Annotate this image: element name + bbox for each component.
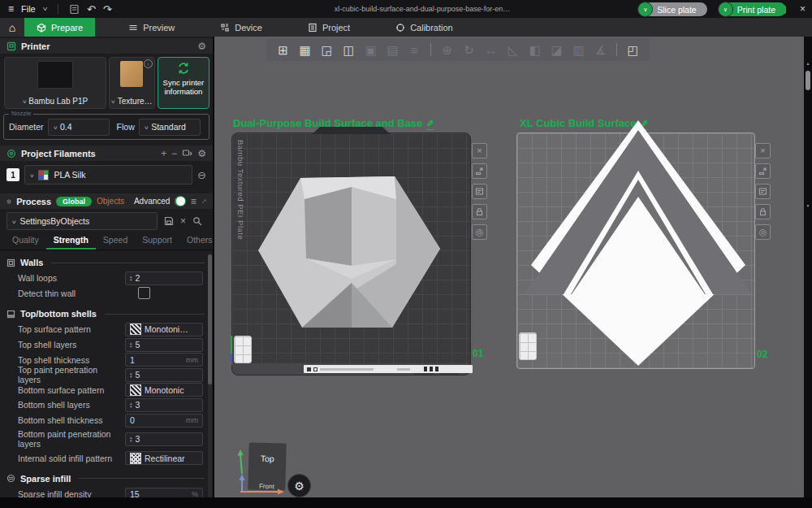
auto-orient-icon[interactable]: ◲ (317, 44, 337, 56)
tab-prepare[interactable]: Prepare (24, 18, 95, 37)
filament-sync-icon[interactable] (182, 149, 192, 158)
spinner-icon[interactable]: ▴▾ (130, 341, 132, 348)
detach-filament-icon[interactable]: ⊖ (197, 170, 206, 180)
assembly-view-icon[interactable]: ◰ (623, 44, 643, 56)
setting-label: Detect thin wall (18, 289, 138, 298)
tune-wand-icon[interactable] (201, 197, 206, 206)
undo-icon[interactable]: ↶ (87, 4, 96, 15)
scroll-up-icon[interactable]: ▲ (805, 61, 811, 66)
hamburger-menu-icon[interactable]: ≡ (8, 3, 14, 15)
plate-settings-icon[interactable] (755, 184, 771, 199)
printer-model-name: Bambu Lab P1P (28, 97, 88, 106)
tab-label: Preview (143, 23, 175, 33)
sync-icon (176, 61, 191, 76)
print-plate-label: Print plate (728, 2, 786, 16)
delete-plate-icon[interactable]: × (755, 143, 771, 158)
scope-global-pill[interactable]: Global (56, 197, 92, 206)
tab-strength[interactable]: Strength (46, 232, 96, 250)
print-options-chevron-icon[interactable]: ∨ (718, 2, 733, 17)
advanced-toggle[interactable] (175, 196, 185, 206)
model-dual-purpose-base[interactable] (253, 172, 445, 332)
edit-plate-name-icon[interactable]: ✎ (426, 119, 434, 130)
bottom-shell-layers-input[interactable]: ▴▾ 3 (125, 398, 203, 412)
tab-project[interactable]: Project (296, 18, 362, 37)
top-shell-thickness-input[interactable]: 1 mm (125, 353, 203, 367)
arrange-plate-icon[interactable] (755, 163, 771, 179)
plate1-title[interactable]: Dual-Purpose Build Surface and Base✎ (233, 117, 434, 130)
redo-icon[interactable]: ↷ (103, 4, 112, 15)
top-surface-pattern-select[interactable]: Monotoni… (125, 323, 203, 336)
setting-label: Top shell thickness (18, 355, 125, 365)
process-preset-select[interactable]: ∨ SettingsByObjects (6, 212, 158, 230)
tab-support[interactable]: Support (135, 232, 179, 250)
sync-printer-button[interactable]: Sync printerinformation (158, 57, 209, 109)
filament-settings-gear-icon[interactable]: ⚙ (197, 149, 206, 158)
tab-calibration[interactable]: Calibration (383, 18, 465, 37)
detect-thin-wall-checkbox[interactable] (138, 287, 150, 299)
tab-quality[interactable]: Quality (5, 232, 46, 250)
add-plate-icon[interactable]: ▦ (295, 44, 315, 56)
diameter-select[interactable]: ∨ 0.4 (48, 119, 110, 136)
save-preset-icon[interactable] (164, 216, 174, 226)
build-plate-card[interactable]: i ∨Texture… (109, 57, 155, 109)
plate-label-icon[interactable]: ◎ (755, 224, 771, 240)
split-to-objects-icon[interactable]: ◫ (339, 44, 359, 56)
slice-plate-button[interactable]: ∨ Slice plate (637, 2, 706, 16)
spinner-icon[interactable]: ▴▾ (130, 371, 132, 378)
new-project-icon[interactable] (69, 4, 80, 15)
arrange-plate-icon[interactable] (472, 163, 487, 179)
preset-list-icon[interactable]: ≡ (191, 197, 197, 206)
spinner-icon[interactable]: ▴▾ (130, 436, 132, 442)
scale-icon: ↔ (481, 44, 501, 56)
remove-filament-icon[interactable]: − (171, 149, 177, 158)
viewport-settings-button[interactable]: ⚙ (287, 474, 311, 497)
tab-device[interactable]: Device (208, 18, 274, 37)
plate-label-icon[interactable]: ◎ (472, 224, 487, 240)
printer-model-card[interactable]: ∨Bambu Lab P1P (4, 57, 106, 109)
lock-plate-icon[interactable] (755, 204, 771, 219)
print-plate-button[interactable]: ∨ Print plate (718, 2, 786, 16)
printer-section-header: Printer ⚙ (0, 38, 213, 54)
flow-select[interactable]: ∨ Standard (139, 119, 201, 136)
internal-solid-infill-pattern-select[interactable]: Rectilinear (125, 451, 203, 465)
delete-plate-icon[interactable]: × (472, 143, 487, 158)
spinner-icon[interactable]: ▴▾ (130, 402, 132, 408)
plate-info-icon[interactable]: i (144, 59, 153, 68)
home-button[interactable]: ⌂ (0, 18, 24, 37)
scope-objects-option[interactable]: Objects (97, 197, 124, 206)
toolbar-divider (616, 43, 617, 56)
tab-others[interactable]: Others (179, 232, 220, 250)
bottom-surface-pattern-select[interactable]: Monotonic (125, 383, 203, 397)
tab-preview[interactable]: Preview (116, 18, 187, 37)
tab-speed[interactable]: Speed (96, 232, 135, 250)
add-filament-icon[interactable]: + (161, 149, 166, 158)
setting-label: Bottom shell thickness (18, 415, 125, 425)
file-menu-chevron-icon[interactable]: ∨ (41, 6, 48, 12)
viewport-scrollbar[interactable]: ▲ ▼ (804, 37, 812, 508)
top-paint-penetration-input[interactable]: ▴▾ 5 (125, 368, 203, 382)
close-button[interactable]: × (800, 4, 806, 14)
printer-settings-gear-icon[interactable]: ⚙ (197, 41, 206, 51)
add-object-icon[interactable]: ⊞ (273, 44, 293, 56)
wall-loops-input[interactable]: ▴▾ 2 (125, 271, 203, 285)
file-menu[interactable]: File (21, 4, 36, 14)
search-icon[interactable] (192, 216, 202, 226)
model-xl-cubic-build-surface[interactable] (512, 106, 763, 374)
plate-settings-icon[interactable] (472, 184, 487, 199)
plate-type-name: Texture… (118, 97, 153, 106)
top-shell-layers-input[interactable]: ▴▾ 5 (125, 338, 203, 352)
lock-plate-icon[interactable] (472, 204, 487, 219)
clear-preset-icon[interactable]: × (180, 216, 186, 226)
scrollbar-thumb[interactable] (806, 71, 810, 90)
settings-scrollbar-thumb[interactable] (208, 254, 212, 384)
spinner-icon[interactable]: ▴▾ (130, 275, 132, 281)
scroll-down-icon[interactable]: ▼ (805, 203, 811, 208)
filaments-section-title: Project Filaments (21, 149, 96, 158)
bottom-paint-penetration-input[interactable]: ▴▾ 3 (125, 432, 203, 446)
filament-select[interactable]: ∨ PLA Silk (24, 165, 192, 185)
viewport-3d[interactable]: ⊞ ▦ ◲ ◫ ▣ ▤ ≡ ⊕ ↻ ↔ ◺ ◧ ◪ ▥ ∡ ◰ Dual-Pur… (213, 37, 812, 508)
filament-slot-number[interactable]: 1 (6, 168, 19, 181)
setting-label: Bottom paint penetration layers (18, 429, 125, 449)
setting-label: Bottom shell layers (18, 400, 125, 410)
bottom-shell-thickness-input[interactable]: 0 mm (125, 414, 203, 428)
